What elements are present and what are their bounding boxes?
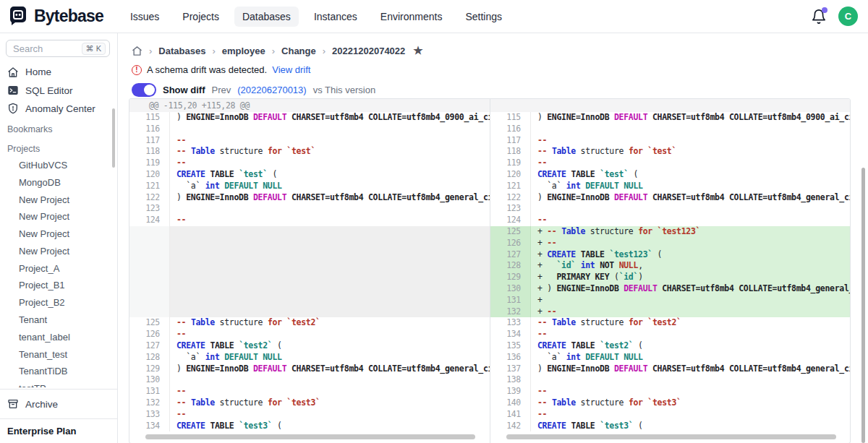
nav-item-settings[interactable]: Settings bbox=[457, 7, 510, 27]
show-diff-toggle[interactable] bbox=[132, 83, 156, 97]
code-text: -- Table structure for `test` bbox=[531, 146, 850, 158]
nav-item-databases[interactable]: Databases bbox=[234, 7, 299, 27]
diff-left-horizontal-scrollbar[interactable] bbox=[145, 434, 475, 439]
line-number bbox=[129, 272, 170, 283]
search-placeholder: Search bbox=[13, 43, 43, 54]
nav-item-issues[interactable]: Issues bbox=[122, 7, 167, 27]
page-vertical-scrollbar[interactable] bbox=[861, 168, 865, 443]
sidebar-item-label: Archive bbox=[25, 399, 58, 410]
diff-line: 128+ `id` int NOT NULL, bbox=[490, 260, 850, 272]
line-number: 128 bbox=[129, 352, 170, 364]
sidebar-project-item[interactable]: New Project bbox=[0, 208, 117, 225]
line-number: 139 bbox=[490, 386, 531, 397]
prev-version-link[interactable]: (202206270013) bbox=[237, 85, 306, 95]
diff-line: 138 bbox=[490, 374, 850, 386]
breadcrumb-item[interactable]: Databases bbox=[158, 46, 205, 56]
line-number: 116 bbox=[490, 124, 531, 135]
bookmark-star-icon[interactable]: ★ bbox=[413, 44, 422, 57]
schema-drift-banner: ! A schema drift was detected. View drif… bbox=[118, 57, 868, 75]
avatar[interactable]: C bbox=[838, 7, 858, 26]
line-number: 125 bbox=[490, 226, 531, 238]
sidebar-project-item[interactable]: Tenant_test bbox=[0, 345, 117, 363]
sidebar-project-item[interactable]: GitHubVCS bbox=[0, 157, 117, 174]
sidebar-project-item[interactable]: New Project bbox=[0, 225, 117, 243]
diff-line: 133-- Table structure for `test2` bbox=[490, 317, 850, 329]
notification-bell-icon[interactable] bbox=[811, 9, 827, 25]
sidebar-project-item[interactable]: tenant_label bbox=[0, 328, 117, 345]
code-text: + PRIMARY KEY (`id`) bbox=[531, 272, 850, 283]
code-text: `a` int DEFAULT NULL bbox=[531, 352, 850, 364]
sidebar-item-home[interactable]: Home bbox=[0, 63, 117, 81]
line-number: 117 bbox=[129, 135, 170, 147]
code-text: -- bbox=[170, 386, 490, 397]
code-text: CREATE TABLE `test3` ( bbox=[170, 421, 490, 432]
sidebar-item-anomaly-center[interactable]: Anomaly Center bbox=[0, 100, 117, 118]
code-text bbox=[531, 374, 850, 386]
sidebar-project-item[interactable]: Project_B1 bbox=[0, 277, 117, 294]
code-text: -- bbox=[170, 409, 490, 421]
bytebase-logo-icon bbox=[7, 6, 29, 27]
code-text: CREATE TABLE `test` ( bbox=[531, 169, 850, 181]
code-text bbox=[170, 306, 490, 318]
sidebar-project-item[interactable]: Project_A bbox=[0, 259, 117, 277]
diff-hunk-header bbox=[490, 99, 850, 112]
nav-item-environments[interactable]: Environments bbox=[373, 7, 451, 27]
diff-filler-line bbox=[129, 283, 490, 295]
diff-filler-line bbox=[129, 260, 490, 272]
diff-line: 132+ -- bbox=[490, 306, 850, 318]
main-content: ›Databases›employee›Change›2022120207402… bbox=[118, 33, 868, 443]
line-number: 126 bbox=[129, 329, 170, 340]
diff-line: 142CREATE TABLE `test3` ( bbox=[490, 421, 850, 432]
line-number bbox=[129, 283, 170, 295]
code-text: -- Table structure for `test3` bbox=[531, 397, 850, 409]
breadcrumb-item[interactable]: employee bbox=[222, 46, 265, 56]
diff-line: 126+ -- bbox=[490, 238, 850, 249]
breadcrumb: ›Databases›employee›Change›2022120207402… bbox=[118, 33, 868, 57]
sidebar-item-label: Anomaly Center bbox=[25, 103, 95, 114]
sidebar-project-item[interactable]: testTP bbox=[0, 380, 117, 387]
breadcrumb-home-icon[interactable] bbox=[132, 46, 142, 56]
code-text: CREATE TABLE `test2` ( bbox=[170, 340, 490, 352]
sidebar-scrollbar[interactable] bbox=[112, 108, 115, 168]
line-number: 134 bbox=[490, 329, 531, 340]
code-text: -- bbox=[170, 135, 490, 147]
line-number: 127 bbox=[490, 249, 531, 261]
diff-line: 117-- bbox=[129, 135, 490, 147]
sidebar-project-item[interactable]: Tenant bbox=[0, 311, 117, 329]
nav-item-instances[interactable]: Instances bbox=[306, 7, 365, 27]
code-text bbox=[170, 124, 490, 135]
line-number: 136 bbox=[490, 352, 531, 364]
breadcrumb-item[interactable]: 20221202074022 bbox=[332, 46, 405, 56]
sidebar-project-item[interactable]: New Project bbox=[0, 191, 117, 208]
code-text: -- bbox=[531, 386, 850, 397]
diff-filler-line bbox=[129, 249, 490, 261]
sidebar-item-archive[interactable]: Archive bbox=[0, 394, 117, 414]
line-number: 133 bbox=[490, 317, 531, 329]
search-input[interactable]: Search ⌘ K bbox=[6, 40, 110, 57]
code-text: ) ENGINE=InnoDB DEFAULT CHARSET=utf8mb4 … bbox=[170, 364, 490, 375]
diff-line: 136 `a` int DEFAULT NULL bbox=[490, 352, 850, 364]
code-text bbox=[170, 295, 490, 306]
code-text: -- bbox=[170, 158, 490, 169]
breadcrumb-separator: › bbox=[212, 46, 215, 56]
drift-message: A schema drift was detected. bbox=[147, 64, 267, 75]
bytebase-logo[interactable]: Bytebase bbox=[7, 6, 103, 27]
line-number bbox=[129, 249, 170, 261]
sidebar-project-item[interactable]: Project_B2 bbox=[0, 294, 117, 311]
code-text: ) ENGINE=InnoDB DEFAULT CHARSET=utf8mb4 … bbox=[170, 112, 490, 124]
plan-badge: Enterprise Plan bbox=[0, 418, 117, 443]
sidebar-item-sql-editor[interactable]: SQL Editor bbox=[0, 81, 117, 99]
line-number: 123 bbox=[129, 203, 170, 215]
sidebar-project-item[interactable]: MongoDB bbox=[0, 173, 117, 191]
diff-line: 131+ bbox=[490, 295, 850, 306]
code-text: ) ENGINE=InnoDB DEFAULT CHARSET=utf8mb4 … bbox=[170, 192, 490, 204]
code-text: -- bbox=[531, 215, 850, 226]
view-drift-link[interactable]: View drift bbox=[272, 64, 310, 75]
sidebar-project-item[interactable]: New Project bbox=[0, 243, 117, 260]
line-number: 134 bbox=[129, 421, 170, 432]
sidebar-project-item[interactable]: TenantTiDB bbox=[0, 363, 117, 380]
breadcrumb-item[interactable]: Change bbox=[281, 46, 316, 56]
nav-item-projects[interactable]: Projects bbox=[174, 7, 227, 27]
diff-right-horizontal-scrollbar[interactable] bbox=[506, 434, 836, 439]
line-number: 131 bbox=[129, 386, 170, 397]
